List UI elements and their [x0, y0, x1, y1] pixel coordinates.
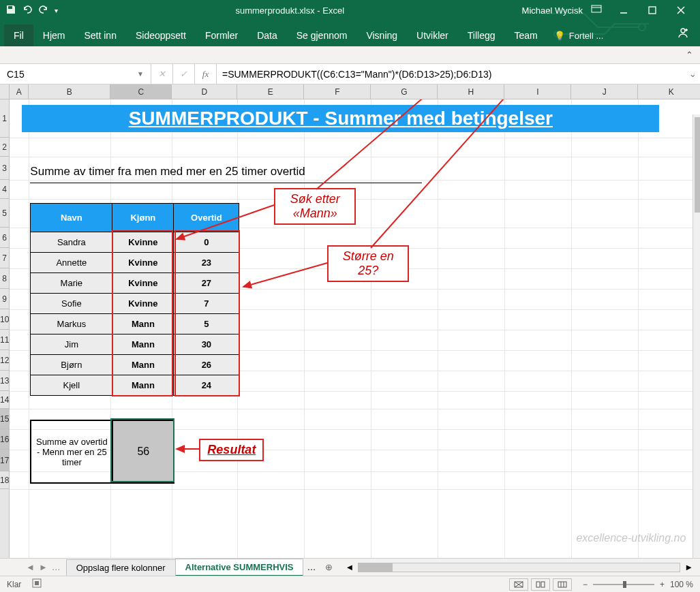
- cell[interactable]: Kvinne: [112, 273, 174, 294]
- column-header-D[interactable]: D: [172, 84, 237, 99]
- row-header-2[interactable]: 2: [0, 138, 9, 157]
- column-header-H[interactable]: H: [438, 84, 504, 99]
- zoom-out-icon[interactable]: −: [583, 580, 588, 589]
- row-header-18[interactable]: 18: [0, 471, 9, 489]
- column-header-F[interactable]: F: [304, 84, 371, 99]
- tab-sideoppsett[interactable]: Sideoppsett: [126, 25, 196, 46]
- row-header-17[interactable]: 17: [0, 450, 9, 471]
- sheet-nav-ellipsis[interactable]: …: [52, 562, 61, 572]
- row-header-3[interactable]: 3: [0, 157, 9, 180]
- macro-record-icon[interactable]: [32, 578, 42, 590]
- cell[interactable]: Sofie: [31, 294, 112, 314]
- tab-team[interactable]: Team: [505, 25, 547, 46]
- cell[interactable]: Markus: [31, 314, 112, 334]
- vertical-scrollbar[interactable]: [693, 114, 700, 558]
- tab-sett-inn[interactable]: Sett inn: [74, 25, 125, 46]
- name-box-dropdown-icon[interactable]: ▼: [137, 70, 144, 78]
- cell[interactable]: 26: [174, 355, 239, 375]
- cell[interactable]: 23: [174, 253, 239, 273]
- view-page-layout-icon[interactable]: [531, 578, 550, 591]
- view-page-break-icon[interactable]: [553, 578, 572, 591]
- sheet-nav-next-icon[interactable]: ►: [39, 562, 48, 572]
- sheet-nav-prev-icon[interactable]: ◄: [26, 562, 35, 572]
- scroll-right-icon[interactable]: ►: [684, 562, 693, 572]
- row-header-10[interactable]: 10: [0, 309, 9, 330]
- zoom-in-icon[interactable]: +: [660, 580, 665, 589]
- save-icon[interactable]: [5, 4, 16, 17]
- row-header-11[interactable]: 11: [0, 330, 9, 350]
- column-header-C[interactable]: C: [110, 84, 172, 99]
- cell[interactable]: Kjell: [31, 375, 112, 396]
- horizontal-scrollbar[interactable]: ◄ ►: [338, 562, 700, 572]
- tab-visning[interactable]: Visning: [356, 25, 407, 46]
- column-header-E[interactable]: E: [237, 84, 304, 99]
- zoom-control[interactable]: − + 100 %: [583, 580, 693, 589]
- row-header-12[interactable]: 12: [0, 350, 9, 371]
- row-header-16[interactable]: 16: [0, 429, 9, 450]
- tab-formler[interactable]: Formler: [196, 25, 247, 46]
- row-header-4[interactable]: 4: [0, 180, 9, 199]
- minimize-button[interactable]: [610, 1, 637, 20]
- qat-dropdown-icon[interactable]: ▾: [55, 7, 58, 14]
- cell[interactable]: Kvinne: [112, 232, 174, 253]
- tab-se-gjennom[interactable]: Se gjennom: [287, 25, 357, 46]
- row-header-7[interactable]: 7: [0, 248, 9, 268]
- maximize-button[interactable]: [639, 1, 666, 20]
- column-header-G[interactable]: G: [371, 84, 438, 99]
- cell[interactable]: 0: [174, 232, 239, 253]
- view-normal-icon[interactable]: [509, 578, 528, 591]
- column-header-I[interactable]: I: [504, 84, 571, 99]
- expand-formula-bar-icon[interactable]: ⌄: [685, 64, 700, 84]
- cell[interactable]: Jim: [31, 334, 112, 355]
- column-header-K[interactable]: K: [638, 84, 700, 99]
- tab-fil[interactable]: Fil: [4, 25, 33, 46]
- tab-utvikler[interactable]: Utvikler: [407, 25, 458, 46]
- collapse-ribbon-icon[interactable]: ⌃: [686, 50, 693, 60]
- cell[interactable]: 27: [174, 273, 239, 294]
- column-header-A[interactable]: A: [10, 84, 29, 99]
- row-header-1[interactable]: 1: [0, 99, 9, 138]
- cell[interactable]: Kvinne: [112, 294, 174, 314]
- column-header-J[interactable]: J: [571, 84, 638, 99]
- tab-data[interactable]: Data: [247, 25, 287, 46]
- insert-function-icon[interactable]: fx: [195, 64, 217, 84]
- cell[interactable]: 30: [174, 334, 239, 355]
- row-header-9[interactable]: 9: [0, 289, 9, 309]
- cell[interactable]: Mann: [112, 314, 174, 334]
- share-icon[interactable]: [670, 21, 696, 46]
- add-sheet-button[interactable]: ⊕: [320, 561, 338, 574]
- scroll-left-icon[interactable]: ◄: [345, 562, 354, 572]
- row-header-15[interactable]: 15: [0, 409, 9, 429]
- cell[interactable]: Mann: [112, 334, 174, 355]
- column-header-B[interactable]: B: [29, 84, 110, 99]
- row-header-6[interactable]: 6: [0, 228, 9, 248]
- tell-me-search[interactable]: 💡 Fortell ...: [547, 25, 611, 46]
- sheet-tab-alternative[interactable]: Alternative SUMMERHVIS: [175, 559, 304, 576]
- zoom-slider[interactable]: [593, 584, 654, 585]
- cell[interactable]: 24: [174, 375, 239, 396]
- cell[interactable]: Sandra: [31, 232, 112, 253]
- sheet-tab-oppslag[interactable]: Oppslag flere kolonner: [66, 559, 176, 576]
- close-button[interactable]: [667, 1, 695, 20]
- cell[interactable]: 7: [174, 294, 239, 314]
- row-header-5[interactable]: 5: [0, 199, 9, 228]
- cell[interactable]: Annette: [31, 253, 112, 273]
- row-header-14[interactable]: 14: [0, 391, 9, 409]
- select-all-corner[interactable]: [0, 84, 9, 99]
- cell[interactable]: Bjørn: [31, 355, 112, 375]
- cell[interactable]: Mann: [112, 375, 174, 396]
- cancel-formula-icon[interactable]: ✕: [151, 64, 173, 84]
- formula-input[interactable]: =SUMMERPRODUKT((C6:C13="Mann")*(D6:D13>2…: [217, 64, 685, 84]
- sheet-tabs-more[interactable]: …: [303, 559, 320, 575]
- cell[interactable]: Marie: [31, 273, 112, 294]
- cell[interactable]: Kvinne: [112, 253, 174, 273]
- cell[interactable]: Mann: [112, 355, 174, 375]
- sheet-canvas[interactable]: SUMMERPRODUKT - Summer med betingelser S…: [10, 99, 700, 558]
- tab-hjem[interactable]: Hjem: [33, 25, 75, 46]
- row-header-8[interactable]: 8: [0, 268, 9, 289]
- undo-icon[interactable]: [22, 4, 33, 17]
- tab-tillegg[interactable]: Tillegg: [458, 25, 505, 46]
- name-box[interactable]: C15 ▼: [0, 64, 151, 84]
- enter-formula-icon[interactable]: ✓: [173, 64, 195, 84]
- ribbon-display-options-icon[interactable]: [591, 5, 602, 16]
